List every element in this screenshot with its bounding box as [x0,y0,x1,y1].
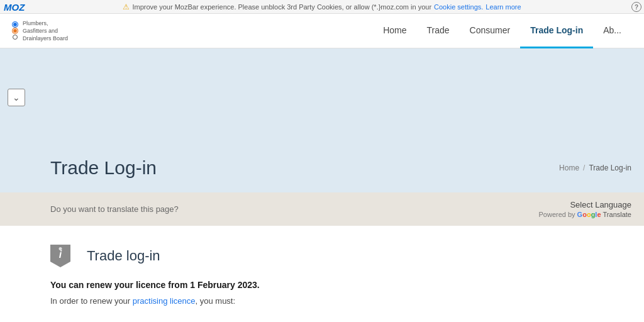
powered-by-google: Powered by Google Translate [539,211,632,218]
google-g: G [577,211,583,218]
hero-area: ⌄ [0,48,644,146]
breadcrumb-home-link[interactable]: Home [559,164,579,172]
tag-i-letter: i [59,249,62,263]
nav-home[interactable]: Home [373,14,416,48]
licence-sub: In order to renew your practising licenc… [50,296,631,306]
google-logo: Google [577,211,601,218]
powered-by-text: Powered by [539,211,575,218]
chevron-down-button[interactable]: ⌄ [8,89,25,106]
page-title-bar: Trade Log-in Home / Trade Log-in [0,146,644,192]
cookie-settings-link[interactable]: Cookie settings. [434,3,483,11]
licence-notice: You can renew your licence from 1 Februa… [50,280,631,290]
logo-row-1 [13,22,18,27]
logo-icon-group [13,22,18,40]
breadcrumb: Home / Trade Log-in [559,164,631,172]
dot-orange-icon [13,28,18,33]
help-area: ? [631,0,641,14]
google-o2: o [587,211,591,218]
section-title: Trade log-in [87,248,160,264]
google-o1: o [582,211,587,218]
mozbar-banner-text: Improve your MozBar experience. Please u… [132,3,431,11]
site-nav: Home Trade Consumer Trade Log-in Ab... [373,14,631,48]
nav-trade[interactable]: Trade [417,14,460,48]
content-icon-title: i Trade log-in [50,245,631,267]
main-content: i Trade log-in You can renew your licenc… [0,226,644,318]
dot-outline-icon [13,35,18,40]
mozbar-logo: MOZ [0,0,25,14]
subtitle-line-2: Gasfitters and [23,28,68,35]
warning-icon: ⚠ [123,3,130,11]
dot-blue-icon [13,22,18,27]
page-title: Trade Log-in [50,157,157,179]
logo-row-3 [13,35,18,40]
help-button[interactable]: ? [631,2,641,12]
logo-subtitle: Plumbers, Gasfitters and Drainlayers Boa… [23,20,68,42]
tag-icon-container: i [50,245,78,267]
google-e: e [597,211,601,218]
site-header: Plumbers, Gasfitters and Drainlayers Boa… [0,14,644,48]
subtitle-line-3: Drainlayers Board [23,35,68,43]
translate-prompt: Do you want to translate this page? [50,204,179,214]
practising-licence-link[interactable]: practising licence [133,296,196,306]
breadcrumb-separator: / [583,164,585,172]
translate-word: Translate [603,211,631,218]
select-language-button[interactable]: Select Language [570,200,631,209]
logo-row-2 [13,28,18,33]
moz-brand: MOZ [4,2,25,13]
nav-consumer[interactable]: Consumer [460,14,521,48]
nav-trade-login[interactable]: Trade Log-in [520,14,593,48]
subtitle-line-1: Plumbers, [23,20,68,28]
logo-area: Plumbers, Gasfitters and Drainlayers Boa… [13,19,88,42]
translate-right: Select Language Powered by Google Transl… [539,200,632,218]
tag-icon: i [50,245,70,267]
learn-more-link[interactable]: Learn more [486,3,521,11]
breadcrumb-current: Trade Log-in [589,164,631,172]
tag-hole [59,247,62,250]
nav-about[interactable]: Ab... [593,14,631,48]
translate-bar: Do you want to translate this page? Sele… [0,192,644,226]
